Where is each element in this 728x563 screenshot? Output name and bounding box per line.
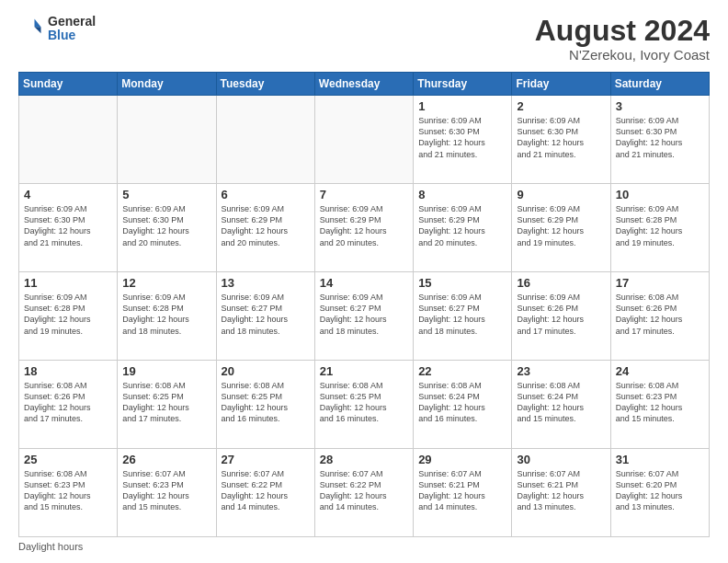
calendar-cell: 29Sunrise: 6:07 AM Sunset: 6:21 PM Dayli… <box>414 449 512 537</box>
calendar-cell: 14Sunrise: 6:09 AM Sunset: 6:27 PM Dayli… <box>314 272 413 361</box>
weekday-header: Monday <box>118 73 216 96</box>
title-block: August 2024 N'Zerekou, Ivory Coast <box>535 15 710 63</box>
calendar-week-row: 18Sunrise: 6:08 AM Sunset: 6:26 PM Dayli… <box>19 361 710 449</box>
logo-blue-text: Blue <box>48 29 96 42</box>
calendar-cell: 11Sunrise: 6:09 AM Sunset: 6:28 PM Dayli… <box>19 272 118 361</box>
day-number: 5 <box>122 188 210 201</box>
calendar-cell: 7Sunrise: 6:09 AM Sunset: 6:29 PM Daylig… <box>314 184 413 272</box>
main-title: August 2024 <box>535 15 710 47</box>
day-number: 27 <box>222 453 310 466</box>
logo-text: General Blue <box>48 15 96 43</box>
calendar-cell: 15Sunrise: 6:09 AM Sunset: 6:27 PM Dayli… <box>414 272 512 361</box>
day-info: Sunrise: 6:07 AM Sunset: 6:23 PM Dayligh… <box>122 468 210 513</box>
calendar-cell: 8Sunrise: 6:09 AM Sunset: 6:29 PM Daylig… <box>414 184 512 272</box>
day-info: Sunrise: 6:09 AM Sunset: 6:30 PM Dayligh… <box>517 115 605 160</box>
day-info: Sunrise: 6:07 AM Sunset: 6:22 PM Dayligh… <box>320 468 408 513</box>
calendar-cell <box>216 96 314 184</box>
calendar-table: SundayMondayTuesdayWednesdayThursdayFrid… <box>18 72 710 537</box>
calendar-cell: 18Sunrise: 6:08 AM Sunset: 6:26 PM Dayli… <box>19 361 118 449</box>
calendar-cell: 23Sunrise: 6:08 AM Sunset: 6:24 PM Dayli… <box>512 361 610 449</box>
day-info: Sunrise: 6:08 AM Sunset: 6:23 PM Dayligh… <box>616 380 704 425</box>
calendar-cell: 17Sunrise: 6:08 AM Sunset: 6:26 PM Dayli… <box>610 272 709 361</box>
calendar-cell <box>19 96 118 184</box>
day-number: 9 <box>517 188 605 201</box>
calendar-cell: 25Sunrise: 6:08 AM Sunset: 6:23 PM Dayli… <box>19 449 118 537</box>
calendar-week-row: 1Sunrise: 6:09 AM Sunset: 6:30 PM Daylig… <box>19 96 710 184</box>
day-info: Sunrise: 6:09 AM Sunset: 6:28 PM Dayligh… <box>616 203 704 248</box>
svg-marker-0 <box>35 19 41 28</box>
calendar-cell: 1Sunrise: 6:09 AM Sunset: 6:30 PM Daylig… <box>414 96 512 184</box>
day-number: 2 <box>517 99 605 113</box>
day-info: Sunrise: 6:07 AM Sunset: 6:21 PM Dayligh… <box>517 468 605 513</box>
logo-icon <box>18 16 44 41</box>
day-info: Sunrise: 6:07 AM Sunset: 6:22 PM Dayligh… <box>222 468 310 513</box>
day-info: Sunrise: 6:09 AM Sunset: 6:29 PM Dayligh… <box>320 203 408 248</box>
calendar-body: 1Sunrise: 6:09 AM Sunset: 6:30 PM Daylig… <box>19 96 710 537</box>
calendar-cell: 19Sunrise: 6:08 AM Sunset: 6:25 PM Dayli… <box>118 361 216 449</box>
day-info: Sunrise: 6:09 AM Sunset: 6:28 PM Dayligh… <box>24 292 112 337</box>
sub-title: N'Zerekou, Ivory Coast <box>535 47 710 63</box>
day-info: Sunrise: 6:09 AM Sunset: 6:27 PM Dayligh… <box>418 292 506 337</box>
day-number: 13 <box>222 276 310 290</box>
day-info: Sunrise: 6:07 AM Sunset: 6:20 PM Dayligh… <box>616 468 704 513</box>
day-info: Sunrise: 6:07 AM Sunset: 6:21 PM Dayligh… <box>418 468 506 513</box>
day-number: 12 <box>122 276 210 290</box>
day-info: Sunrise: 6:08 AM Sunset: 6:25 PM Dayligh… <box>222 380 310 425</box>
day-info: Sunrise: 6:09 AM Sunset: 6:29 PM Dayligh… <box>517 203 605 248</box>
day-info: Sunrise: 6:09 AM Sunset: 6:30 PM Dayligh… <box>24 203 112 248</box>
day-info: Sunrise: 6:08 AM Sunset: 6:26 PM Dayligh… <box>616 292 704 337</box>
weekday-row: SundayMondayTuesdayWednesdayThursdayFrid… <box>19 73 710 96</box>
day-number: 24 <box>616 364 704 378</box>
day-number: 10 <box>616 188 704 201</box>
day-number: 4 <box>24 188 112 201</box>
page: General Blue August 2024 N'Zerekou, Ivor… <box>0 0 728 563</box>
day-number: 16 <box>517 276 605 290</box>
calendar-cell: 24Sunrise: 6:08 AM Sunset: 6:23 PM Dayli… <box>610 361 709 449</box>
weekday-header: Wednesday <box>314 73 413 96</box>
day-info: Sunrise: 6:09 AM Sunset: 6:27 PM Dayligh… <box>222 292 310 337</box>
logo-general-text: General <box>48 15 96 29</box>
day-number: 7 <box>320 188 408 201</box>
day-info: Sunrise: 6:09 AM Sunset: 6:30 PM Dayligh… <box>418 115 506 160</box>
day-number: 1 <box>418 99 506 113</box>
day-info: Sunrise: 6:08 AM Sunset: 6:26 PM Dayligh… <box>24 380 112 425</box>
weekday-header: Thursday <box>414 73 512 96</box>
calendar-cell: 4Sunrise: 6:09 AM Sunset: 6:30 PM Daylig… <box>19 184 118 272</box>
day-info: Sunrise: 6:08 AM Sunset: 6:25 PM Dayligh… <box>320 380 408 425</box>
day-number: 26 <box>122 453 210 466</box>
calendar-cell <box>118 96 216 184</box>
day-info: Sunrise: 6:09 AM Sunset: 6:29 PM Dayligh… <box>418 203 506 248</box>
calendar-week-row: 4Sunrise: 6:09 AM Sunset: 6:30 PM Daylig… <box>19 184 710 272</box>
calendar-cell: 13Sunrise: 6:09 AM Sunset: 6:27 PM Dayli… <box>216 272 314 361</box>
day-info: Sunrise: 6:09 AM Sunset: 6:29 PM Dayligh… <box>222 203 310 248</box>
calendar-cell: 2Sunrise: 6:09 AM Sunset: 6:30 PM Daylig… <box>512 96 610 184</box>
day-number: 30 <box>517 453 605 466</box>
day-info: Sunrise: 6:08 AM Sunset: 6:25 PM Dayligh… <box>122 380 210 425</box>
day-info: Sunrise: 6:09 AM Sunset: 6:27 PM Dayligh… <box>320 292 408 337</box>
calendar-cell: 30Sunrise: 6:07 AM Sunset: 6:21 PM Dayli… <box>512 449 610 537</box>
day-number: 19 <box>122 364 210 378</box>
day-number: 23 <box>517 364 605 378</box>
day-number: 11 <box>24 276 112 290</box>
day-number: 6 <box>222 188 310 201</box>
day-number: 17 <box>616 276 704 290</box>
calendar-cell: 3Sunrise: 6:09 AM Sunset: 6:30 PM Daylig… <box>610 96 709 184</box>
calendar-cell: 5Sunrise: 6:09 AM Sunset: 6:30 PM Daylig… <box>118 184 216 272</box>
calendar-cell: 16Sunrise: 6:09 AM Sunset: 6:26 PM Dayli… <box>512 272 610 361</box>
calendar-header: SundayMondayTuesdayWednesdayThursdayFrid… <box>19 73 710 96</box>
calendar-cell: 10Sunrise: 6:09 AM Sunset: 6:28 PM Dayli… <box>610 184 709 272</box>
day-info: Sunrise: 6:09 AM Sunset: 6:26 PM Dayligh… <box>517 292 605 337</box>
day-number: 20 <box>222 364 310 378</box>
day-number: 14 <box>320 276 408 290</box>
calendar-cell: 27Sunrise: 6:07 AM Sunset: 6:22 PM Dayli… <box>216 449 314 537</box>
day-number: 25 <box>24 453 112 466</box>
day-number: 3 <box>616 99 704 113</box>
day-number: 28 <box>320 453 408 466</box>
calendar-week-row: 11Sunrise: 6:09 AM Sunset: 6:28 PM Dayli… <box>19 272 710 361</box>
day-number: 15 <box>418 276 506 290</box>
weekday-header: Friday <box>512 73 610 96</box>
logo: General Blue <box>18 15 96 43</box>
weekday-header: Tuesday <box>216 73 314 96</box>
day-info: Sunrise: 6:09 AM Sunset: 6:30 PM Dayligh… <box>122 203 210 248</box>
calendar-cell: 26Sunrise: 6:07 AM Sunset: 6:23 PM Dayli… <box>118 449 216 537</box>
